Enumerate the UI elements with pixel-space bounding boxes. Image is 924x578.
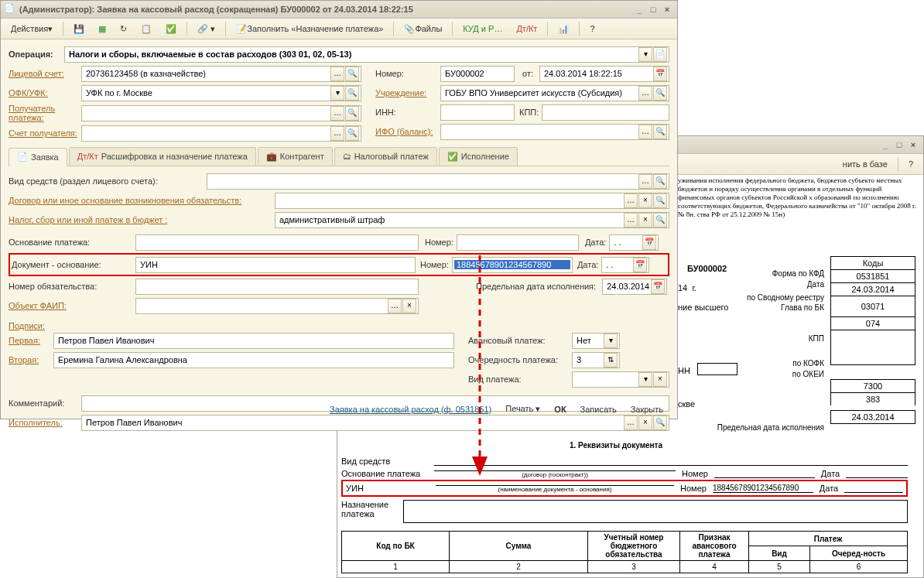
- org-field[interactable]: ГОБУ ВПО Университет искусств (Субсидия)…: [440, 85, 669, 101]
- tab-ispolnenie[interactable]: ✅Исполнение: [439, 147, 518, 166]
- vid-plat-field[interactable]: ▾×: [572, 371, 669, 388]
- ofk-label[interactable]: ОФК/УФК:: [9, 88, 81, 97]
- ifo-label[interactable]: ИФО (баланс):: [375, 127, 440, 136]
- payee-field[interactable]: …🔍: [81, 105, 361, 121]
- dropdown-icon[interactable]: ▾: [638, 372, 652, 387]
- lookup-icon[interactable]: 🔍: [653, 174, 667, 189]
- ellipsis-icon[interactable]: …: [388, 299, 402, 313]
- kpp-field[interactable]: [542, 104, 669, 121]
- spinner-icon[interactable]: ⇅: [604, 353, 618, 368]
- files-button[interactable]: 📎 Файлы: [399, 20, 447, 37]
- podpisi-label[interactable]: Подписи:: [9, 321, 454, 330]
- lookup-icon[interactable]: 🔍: [345, 67, 359, 81]
- tab-nalog[interactable]: 🗂Налоговый платеж: [334, 147, 437, 166]
- calendar-icon[interactable]: 📅: [651, 279, 665, 294]
- savebase-button[interactable]: нить в базе: [837, 156, 893, 173]
- dogovor-field[interactable]: …×🔍: [275, 193, 669, 209]
- tab-kontragent[interactable]: 💼Контрагент: [258, 147, 333, 166]
- nalog-field[interactable]: административный штраф…×🔍: [275, 212, 669, 228]
- ellipsis-icon[interactable]: …: [638, 125, 652, 139]
- minimize-icon[interactable]: _: [880, 139, 891, 150]
- tb-save-icon[interactable]: 💾: [68, 20, 90, 37]
- doc-num-field[interactable]: 18845678901234567890: [452, 257, 573, 273]
- ellipsis-icon[interactable]: …: [638, 86, 652, 101]
- account-field[interactable]: 20736123458 (в казначействе)…🔍: [81, 66, 361, 82]
- ellipsis-icon[interactable]: …: [624, 213, 638, 227]
- clear-icon[interactable]: ×: [653, 372, 667, 387]
- actions-button[interactable]: Действия ▾: [5, 20, 58, 37]
- maximize-icon[interactable]: □: [894, 139, 905, 150]
- clear-icon[interactable]: ×: [402, 299, 416, 313]
- number-field[interactable]: БУ000002: [440, 66, 515, 82]
- calendar-icon[interactable]: 📅: [653, 67, 667, 81]
- help-icon[interactable]: ?: [584, 20, 600, 37]
- tb-dtkt-icon[interactable]: Дт/Кт: [511, 20, 542, 37]
- save-button[interactable]: Записать: [574, 403, 623, 416]
- fill-button[interactable]: 📝 Заполнить «Назначение платежа»: [231, 20, 388, 37]
- clear-icon[interactable]: ×: [638, 193, 652, 208]
- nomer-ob-field[interactable]: [135, 279, 419, 295]
- ellipsis-icon[interactable]: …: [330, 126, 344, 141]
- payee-label[interactable]: Получатель платежа:: [9, 104, 81, 122]
- tb-post-icon[interactable]: ✅: [160, 20, 182, 37]
- ellipsis-icon[interactable]: …: [330, 67, 344, 81]
- first-sign-field[interactable]: Петров Павел Иванович: [53, 333, 454, 349]
- payee-acct-field[interactable]: …🔍: [81, 125, 361, 142]
- ochered-field[interactable]: 3⇅: [572, 352, 620, 368]
- calendar-icon[interactable]: 📅: [642, 235, 656, 250]
- first-sign-label[interactable]: Первая:: [9, 336, 53, 345]
- ellipsis-icon[interactable]: …: [330, 106, 344, 121]
- payee-acct-label[interactable]: Счет получателя:: [9, 128, 81, 138]
- tb-report-icon[interactable]: 📊: [553, 20, 574, 37]
- ok-button[interactable]: ОК: [548, 403, 572, 416]
- tb-struct-icon[interactable]: 🔗 ▾: [192, 20, 221, 37]
- maximize-icon[interactable]: □: [648, 4, 659, 15]
- w1-titlebar[interactable]: 📄 (Администратор): Заявка на кассовый ра…: [1, 1, 677, 19]
- operation-field[interactable]: Налоги и сборы, включаемые в состав расх…: [64, 46, 669, 63]
- second-sign-field[interactable]: Еремина Галина Александровна: [53, 352, 454, 368]
- exec-field[interactable]: Петров Павел Иванович…×🔍: [81, 415, 669, 431]
- lookup-icon[interactable]: 🔍: [653, 125, 667, 139]
- doc-date-field[interactable]: . .📅: [601, 257, 649, 273]
- lookup-icon[interactable]: 🔍: [653, 213, 667, 227]
- faip-label[interactable]: Объект ФАИП:: [9, 301, 135, 310]
- ifo-field[interactable]: …🔍: [440, 124, 669, 140]
- dropdown-icon[interactable]: ▾: [604, 333, 618, 348]
- lookup-icon[interactable]: 🔍: [345, 126, 359, 141]
- close-icon[interactable]: ×: [662, 4, 672, 15]
- avans-field[interactable]: Нет▾: [572, 333, 620, 349]
- date-field[interactable]: 24.03.2014 18:22:15📅: [539, 66, 669, 82]
- tab-zayavka[interactable]: 📄Заявка: [9, 148, 67, 166]
- org-label[interactable]: Учреждение:: [375, 88, 440, 97]
- lookup-icon[interactable]: 🔍: [653, 193, 667, 208]
- lookup-icon[interactable]: 🔍: [345, 106, 359, 121]
- lookup-icon[interactable]: 🔍: [653, 416, 667, 430]
- dropdown-icon[interactable]: ▾: [638, 47, 652, 62]
- doc-osn-field[interactable]: УИН: [135, 257, 416, 273]
- inn-field[interactable]: [440, 104, 515, 121]
- osn-num-field[interactable]: [457, 234, 579, 251]
- tab-rasshifrovka[interactable]: Дт/КтРасшифровка и назначение платежа: [69, 147, 256, 166]
- tb-copy-icon[interactable]: 📋: [135, 20, 157, 37]
- lookup-icon[interactable]: 🔍: [345, 86, 359, 101]
- kud-button[interactable]: КУД и Р…: [457, 20, 508, 37]
- tb-list-icon[interactable]: ▦: [93, 20, 111, 37]
- ofk-field[interactable]: УФК по г. Москве▾🔍: [81, 85, 361, 101]
- second-sign-label[interactable]: Вторая:: [9, 355, 53, 364]
- exec-label[interactable]: Исполнитель:: [9, 418, 81, 427]
- form-link[interactable]: Заявка на кассовый расход (ф. 0531851): [330, 405, 491, 414]
- dropdown-icon[interactable]: ▾: [330, 86, 344, 101]
- tb-refresh-icon[interactable]: ↻: [115, 20, 132, 37]
- lookup-icon[interactable]: 🔍: [653, 86, 667, 101]
- osn-date-field[interactable]: . .📅: [609, 234, 659, 251]
- minimize-icon[interactable]: _: [634, 4, 645, 15]
- nalog-label[interactable]: Налог, сбор или иной платеж в бюджет :: [9, 215, 275, 224]
- vid-sredstv-field[interactable]: …🔍: [207, 173, 669, 190]
- ellipsis-icon[interactable]: …: [624, 416, 638, 430]
- close-icon[interactable]: ×: [908, 139, 919, 150]
- account-label[interactable]: Лицевой счет:: [9, 69, 81, 78]
- clear-icon[interactable]: ×: [638, 213, 652, 227]
- clear-icon[interactable]: ×: [638, 416, 652, 430]
- help-icon[interactable]: ?: [903, 156, 919, 173]
- osn-field[interactable]: [135, 234, 419, 251]
